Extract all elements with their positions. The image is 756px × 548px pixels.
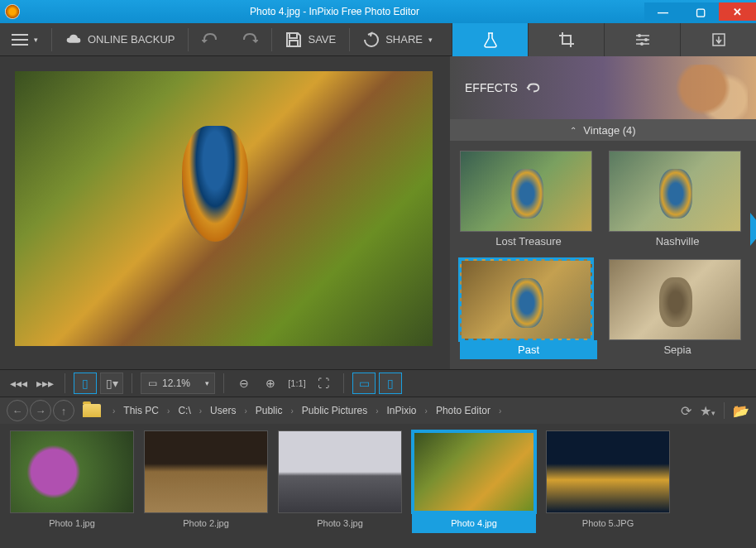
zoom-in-button[interactable]: ⊕ xyxy=(259,373,282,394)
frame-icon xyxy=(711,31,727,48)
nav-forward-button[interactable]: → xyxy=(30,400,51,421)
effects-panel: EFFECTS ⌃ Vintage (4) Lost Treasure Nash… xyxy=(450,56,756,369)
actual-size-icon: [1:1] xyxy=(288,378,305,388)
folder-icon xyxy=(83,404,101,417)
nav-up-button[interactable]: ↑ xyxy=(53,400,74,421)
breadcrumb-item[interactable]: C:\ xyxy=(175,405,194,416)
zoom-value: 12.1% xyxy=(162,377,190,389)
breadcrumb-item[interactable]: Public xyxy=(252,405,286,416)
effect-label: Sepia xyxy=(609,340,746,359)
effect-thumbnail xyxy=(460,151,592,232)
effect-thumbnail xyxy=(460,259,592,340)
chevron-right-icon: › xyxy=(109,406,118,416)
single-view-button[interactable]: ▯ xyxy=(74,373,97,394)
filmstrip-item[interactable]: Photo 3.jpg xyxy=(278,430,402,541)
filmstrip-thumbnail xyxy=(10,430,134,513)
svg-rect-0 xyxy=(12,34,28,36)
favorite-button[interactable]: ★▾ xyxy=(700,403,715,419)
filmstrip-thumbnail xyxy=(144,430,268,513)
svg-point-3 xyxy=(638,34,641,37)
breadcrumb-item[interactable]: InPixio xyxy=(384,405,420,416)
zoom-out-button[interactable]: ⊖ xyxy=(232,373,256,394)
online-backup-button[interactable]: ONLINE BACKUP xyxy=(54,23,186,56)
hamburger-icon xyxy=(12,31,28,48)
panel-right-icon: ▯ xyxy=(387,377,394,390)
effect-nashville[interactable]: Nashville xyxy=(609,151,746,251)
refresh-icon: ⟳ xyxy=(681,404,691,418)
cloud-icon xyxy=(65,31,82,48)
minimize-button[interactable]: — xyxy=(644,2,682,21)
open-folder-icon: 📂 xyxy=(733,404,749,418)
chevron-right-icon: › xyxy=(372,406,381,416)
breadcrumb-item[interactable]: This PC xyxy=(120,405,162,416)
undo-icon xyxy=(526,82,541,94)
compare-view-button[interactable]: ▯▾ xyxy=(100,373,123,394)
online-backup-label: ONLINE BACKUP xyxy=(88,33,175,46)
filmstrip-item[interactable]: Photo 4.jpg xyxy=(412,430,536,541)
rewind-icon: ◂◂◂ xyxy=(10,377,27,390)
tab-frames[interactable] xyxy=(680,23,756,56)
share-button[interactable]: SHARE ▾ xyxy=(352,23,444,56)
svg-point-4 xyxy=(644,38,648,41)
maximize-button[interactable]: ▢ xyxy=(682,2,719,21)
sidepanel-toggle-button[interactable]: ▯ xyxy=(379,373,402,394)
main-image[interactable] xyxy=(15,71,433,346)
redo-icon xyxy=(242,31,258,48)
arrow-right-icon: → xyxy=(36,405,46,417)
breadcrumb-item[interactable]: Public Pictures xyxy=(299,405,371,416)
breadcrumb-item[interactable]: Users xyxy=(207,405,239,416)
flask-icon xyxy=(482,31,499,48)
effects-header: EFFECTS xyxy=(450,56,756,119)
filmstrip-toggle-button[interactable]: ▭ xyxy=(352,373,376,394)
filmstrip-item[interactable]: Photo 5.JPG xyxy=(546,430,670,541)
prev-multi-button[interactable]: ◂◂◂ xyxy=(7,373,30,394)
compare-icon: ▯▾ xyxy=(106,377,118,390)
svg-rect-1 xyxy=(12,39,28,41)
svg-point-5 xyxy=(640,42,644,46)
filmstrip-label: Photo 4.jpg xyxy=(412,513,536,533)
chevron-right-icon: › xyxy=(287,406,296,416)
zoom-dropdown[interactable]: ▭ 12.1% xyxy=(141,373,215,394)
save-label: SAVE xyxy=(308,33,336,46)
effect-sepia[interactable]: Sepia xyxy=(609,259,746,359)
filmstrip-item[interactable]: Photo 1.jpg xyxy=(10,430,134,541)
effects-undo-button[interactable] xyxy=(526,82,541,94)
save-button[interactable]: SAVE xyxy=(274,23,347,56)
next-multi-button[interactable]: ▸▸▸ xyxy=(33,373,56,394)
effect-thumbnail xyxy=(609,151,741,232)
effect-label: Lost Treasure xyxy=(460,232,597,251)
save-icon xyxy=(285,31,302,48)
arrow-up-icon: ↑ xyxy=(61,405,67,417)
svg-rect-2 xyxy=(12,44,28,46)
effect-thumbnail xyxy=(609,259,741,340)
zoom-fit-button[interactable]: ⛶ xyxy=(312,373,335,394)
filmstrip-label: Photo 5.JPG xyxy=(546,513,670,533)
breadcrumb-item[interactable]: Photo Editor xyxy=(433,405,494,416)
chevron-right-icon: › xyxy=(241,406,250,416)
nav-back-button[interactable]: ← xyxy=(7,400,28,421)
filmstrip-item[interactable]: Photo 2.jpg xyxy=(144,430,268,541)
effects-category-label: Vintage (4) xyxy=(583,124,635,137)
effects-category-toggle[interactable]: ⌃ Vintage (4) xyxy=(450,119,756,141)
share-label: SHARE xyxy=(385,33,423,46)
tab-crop[interactable] xyxy=(528,23,604,56)
effect-label: Nashville xyxy=(609,232,746,251)
undo-button[interactable] xyxy=(190,23,230,56)
refresh-button[interactable]: ⟳ xyxy=(681,403,691,419)
zoom-fit-icon: ▭ xyxy=(148,377,157,389)
person-icon: ▯ xyxy=(82,377,89,390)
tab-effects[interactable] xyxy=(452,23,528,56)
open-folder-button[interactable]: 📂 xyxy=(733,403,749,419)
fit-icon: ⛶ xyxy=(318,377,329,390)
tab-adjust[interactable] xyxy=(604,23,680,56)
app-logo-icon xyxy=(5,4,20,19)
menu-button[interactable]: ▾ xyxy=(0,23,50,56)
filmstrip-label: Photo 1.jpg xyxy=(10,513,134,533)
effect-past[interactable]: Past xyxy=(460,259,597,359)
zoom-actual-button[interactable]: [1:1] xyxy=(285,373,309,394)
redo-button[interactable] xyxy=(230,23,270,56)
close-button[interactable]: ✕ xyxy=(719,2,756,21)
chevron-right-icon: › xyxy=(495,406,505,416)
zoom-in-icon: ⊕ xyxy=(266,377,275,390)
effect-lost-treasure[interactable]: Lost Treasure xyxy=(460,151,597,251)
